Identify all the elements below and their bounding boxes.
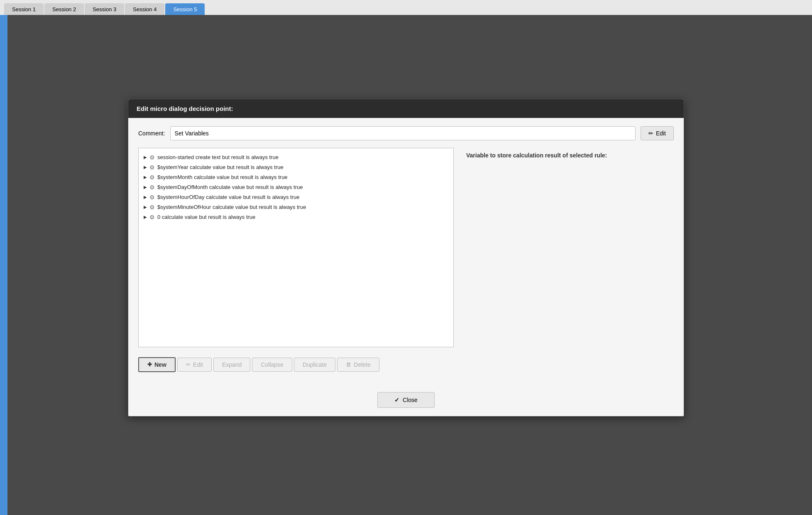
pencil-icon [648, 130, 653, 137]
expand-arrow-icon: ▶ [144, 205, 147, 209]
edit-button-label: Edit [193, 361, 203, 368]
variable-panel-title: Variable to store calculation result of … [466, 152, 670, 159]
rule-text: $systemMonth calculate value but result … [157, 174, 288, 180]
sidebar [0, 15, 7, 515]
dialog-body: Comment: Edit ▶ ⚙ session-started create… [128, 118, 684, 384]
trash-icon: 🗑 [346, 361, 351, 368]
list-item[interactable]: ▶ ⚙ $systemHourOfDay calculate value but… [143, 192, 449, 202]
rule-text: session-started create text but result i… [157, 154, 279, 160]
dialog-title: Edit micro dialog decision point: [137, 105, 233, 112]
expand-button[interactable]: Expand [213, 358, 250, 372]
close-button-label: Close [403, 397, 418, 403]
new-button[interactable]: ✚ New [138, 357, 176, 372]
collapse-button[interactable]: Collapse [252, 358, 292, 372]
expand-arrow-icon: ▶ [144, 175, 147, 179]
gear-icon: ⚙ [149, 154, 155, 161]
tab-session2[interactable]: Session 2 [44, 3, 84, 15]
comment-edit-label: Edit [656, 130, 666, 137]
rule-text: $systemHourOfDay calculate value but res… [157, 194, 299, 200]
pencil-icon: ✏ [186, 361, 191, 368]
rule-text: 0 calculate value but result is always t… [157, 214, 255, 220]
rule-text: $systemDayOfMonth calculate value but re… [157, 184, 303, 190]
list-item[interactable]: ▶ ⚙ $systemDayOfMonth calculate value bu… [143, 182, 449, 192]
list-item[interactable]: ▶ ⚙ $systemYear calculate value but resu… [143, 162, 449, 172]
edit-dialog: Edit micro dialog decision point: Commen… [128, 99, 684, 417]
delete-button[interactable]: 🗑 Delete [337, 358, 379, 372]
gear-icon: ⚙ [149, 204, 155, 211]
tab-session5[interactable]: Session 5 [165, 3, 205, 15]
tabs-bar: Session 1 Session 2 Session 3 Session 4 … [0, 0, 812, 15]
dialog-header: Edit micro dialog decision point: [128, 99, 684, 118]
gear-icon: ⚙ [149, 174, 155, 181]
comment-label: Comment: [138, 130, 165, 137]
expand-arrow-icon: ▶ [144, 165, 147, 169]
gear-icon: ⚙ [149, 164, 155, 171]
expand-button-label: Expand [222, 361, 242, 368]
rule-text: $systemYear calculate value but result i… [157, 164, 284, 170]
delete-button-label: Delete [354, 361, 370, 368]
checkmark-icon [394, 397, 399, 403]
main-content: ▶ ⚙ session-started create text but resu… [138, 148, 674, 347]
tab-session3[interactable]: Session 3 [85, 3, 124, 15]
rules-panel[interactable]: ▶ ⚙ session-started create text but resu… [138, 148, 454, 347]
toolbar: ✚ New ✏ Edit Expand Collapse Duplicate 🗑… [138, 354, 674, 375]
duplicate-button[interactable]: Duplicate [294, 358, 335, 372]
comment-row: Comment: Edit [138, 126, 674, 140]
tab-session4[interactable]: Session 4 [125, 3, 164, 15]
gear-icon: ⚙ [149, 194, 155, 201]
plus-icon: ✚ [147, 361, 152, 368]
list-item[interactable]: ▶ ⚙ session-started create text but resu… [143, 152, 449, 162]
rule-text: $systemMinuteOfHour calculate value but … [157, 204, 306, 210]
new-button-label: New [154, 361, 166, 368]
gear-icon: ⚙ [149, 214, 155, 221]
edit-button[interactable]: ✏ Edit [177, 358, 212, 372]
duplicate-button-label: Duplicate [303, 361, 327, 368]
dialog-footer: Close [128, 384, 684, 416]
expand-arrow-icon: ▶ [144, 215, 147, 219]
expand-arrow-icon: ▶ [144, 185, 147, 189]
list-item[interactable]: ▶ ⚙ $systemMonth calculate value but res… [143, 172, 449, 182]
list-item[interactable]: ▶ ⚙ $systemMinuteOfHour calculate value … [143, 202, 449, 212]
tab-session1[interactable]: Session 1 [4, 3, 44, 15]
comment-edit-button[interactable]: Edit [641, 126, 674, 140]
collapse-button-label: Collapse [261, 361, 283, 368]
expand-arrow-icon: ▶ [144, 155, 147, 159]
variable-panel: Variable to store calculation result of … [462, 148, 674, 347]
expand-arrow-icon: ▶ [144, 195, 147, 199]
close-button[interactable]: Close [377, 392, 435, 408]
comment-input[interactable] [170, 126, 636, 140]
list-item[interactable]: ▶ ⚙ 0 calculate value but result is alwa… [143, 212, 449, 222]
gear-icon: ⚙ [149, 184, 155, 191]
